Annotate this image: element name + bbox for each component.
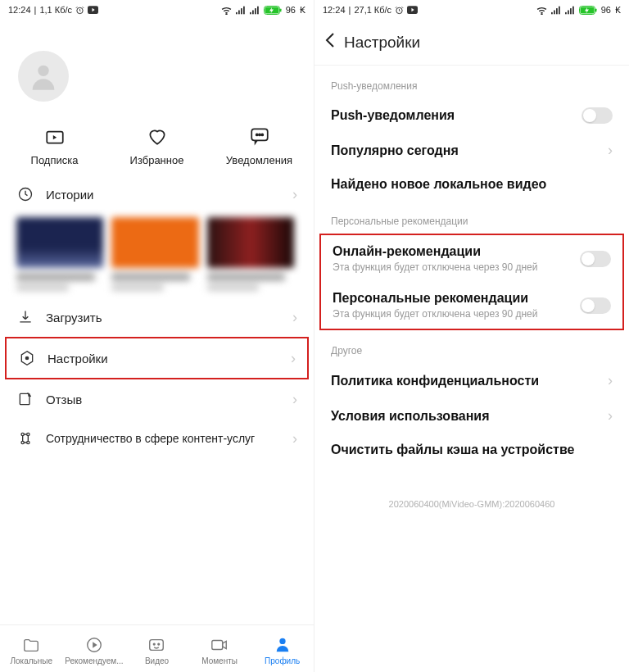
clear-cache-row[interactable]: Очистить файлы кэша на устройстве	[314, 434, 629, 466]
nav-moments-label: Моменты	[201, 656, 238, 665]
bottom-nav: Локальные Рекомендуем... Видео Моменты П…	[0, 624, 314, 672]
svg-rect-41	[565, 11, 567, 13]
screen-settings: 12:24 | 27,1 Кб/с 96 ₭	[314, 0, 629, 672]
download-row[interactable]: Загрузить ›	[16, 297, 297, 337]
popular-row[interactable]: Популярно сегодня ›	[314, 133, 629, 168]
feedback-label: Отзыв	[46, 393, 82, 406]
svg-rect-4	[238, 10, 240, 14]
nav-video[interactable]: Видео	[125, 636, 188, 665]
push-toggle[interactable]	[581, 107, 613, 124]
svg-point-14	[38, 66, 48, 76]
svg-rect-6	[243, 6, 245, 14]
chevron-right-icon: ›	[608, 407, 613, 425]
online-rec-toggle[interactable]	[580, 251, 611, 267]
svg-point-26	[21, 441, 24, 443]
personal-rec-label: Персональные рекомендации	[333, 291, 580, 306]
avatar[interactable]	[18, 51, 69, 102]
alarm-icon	[395, 6, 404, 15]
battery-icon	[264, 6, 282, 15]
svg-rect-32	[212, 640, 223, 649]
privacy-row[interactable]: Политика конфиденциальности ›	[314, 363, 629, 398]
svg-rect-23	[20, 393, 29, 404]
action-notifications-label: Уведомления	[226, 154, 292, 166]
download-label: Загрузить	[46, 311, 102, 325]
settings-row-highlight: Настройки ›	[5, 337, 309, 379]
action-subscribe-label: Подписка	[31, 154, 79, 166]
status-speed: 1,1 Кб/с	[39, 5, 72, 15]
status-bar: 12:24 | 27,1 Кб/с 96 ₭	[314, 0, 629, 20]
battery-percent: 96	[601, 5, 611, 15]
play-circle-icon	[85, 636, 103, 654]
clear-cache-label: Очистить файлы кэша на устройстве	[331, 443, 613, 457]
svg-point-30	[154, 643, 156, 645]
online-rec-row[interactable]: Онлайн-рекомендации Эта функция будет от…	[321, 235, 622, 282]
svg-rect-5	[241, 8, 242, 14]
chat-icon	[248, 125, 271, 148]
svg-rect-38	[554, 10, 555, 14]
battery-suffix: ₭	[615, 5, 621, 16]
cooperation-row[interactable]: Сотрудничество в сфере контент-услуг ›	[16, 419, 297, 458]
nav-moments[interactable]: Моменты	[188, 636, 251, 665]
status-time: 12:24	[323, 5, 346, 15]
action-favorites[interactable]: Избранное	[106, 125, 208, 166]
personal-rec-row[interactable]: Персональные рекомендации Эта функция бу…	[321, 282, 622, 329]
status-speed: 27,1 Кб/с	[354, 5, 391, 15]
action-notifications[interactable]: Уведомления	[209, 125, 310, 166]
other-section-header: Другое	[314, 330, 629, 363]
settings-row[interactable]: Настройки ›	[18, 338, 296, 378]
popular-label: Популярно сегодня	[331, 143, 601, 158]
found-local-row[interactable]: Найдено новое локальное видео	[314, 168, 629, 201]
signal-icon-2	[565, 6, 575, 15]
push-label: Push-уведомления	[331, 108, 581, 123]
youtube-icon	[88, 6, 98, 14]
battery-suffix: ₭	[300, 5, 305, 16]
svg-point-17	[256, 134, 257, 135]
privacy-label: Политика конфиденциальности	[331, 374, 601, 388]
svg-point-36	[541, 13, 542, 14]
svg-point-18	[258, 134, 260, 135]
chevron-right-icon: ›	[292, 309, 297, 326]
action-subscribe[interactable]: Подписка	[4, 125, 106, 166]
back-button[interactable]	[324, 32, 336, 53]
history-row[interactable]: Истории ›	[16, 175, 297, 214]
battery-icon	[579, 6, 597, 15]
chevron-right-icon: ›	[292, 186, 297, 203]
push-section-header: Push-уведомления	[314, 66, 629, 98]
cooperation-label: Сотрудничество в сфере контент-услуг	[46, 432, 255, 445]
svg-point-27	[27, 441, 29, 443]
online-rec-sub: Эта функция будет отключена через 90 дне…	[333, 261, 580, 273]
personal-rec-sub: Эта функция будет отключена через 90 дне…	[333, 308, 580, 320]
nav-profile[interactable]: Профиль	[251, 636, 314, 665]
chevron-right-icon: ›	[291, 350, 296, 367]
svg-rect-7	[250, 11, 251, 13]
terms-label: Условия использования	[331, 409, 601, 424]
recommendations-highlight: Онлайн-рекомендации Эта функция будет от…	[319, 234, 624, 330]
svg-point-22	[25, 356, 28, 359]
battery-percent: 96	[286, 5, 296, 15]
chevron-right-icon: ›	[608, 142, 613, 159]
svg-rect-43	[570, 8, 572, 14]
svg-point-25	[27, 433, 29, 435]
heart-icon	[146, 125, 169, 148]
svg-point-19	[261, 134, 263, 135]
wifi-icon	[221, 6, 232, 15]
status-bar: 12:24 | 1,1 Кб/с 96 ₭	[0, 0, 314, 20]
svg-rect-8	[252, 10, 254, 14]
header: Настройки	[314, 20, 629, 66]
chevron-right-icon: ›	[292, 391, 297, 408]
svg-point-2	[226, 13, 227, 14]
nav-recommended-label: Рекомендуем...	[65, 656, 123, 665]
nav-video-label: Видео	[145, 656, 169, 665]
alarm-icon	[75, 6, 84, 15]
svg-rect-42	[568, 10, 569, 14]
download-icon	[16, 309, 34, 325]
feedback-row[interactable]: Отзыв ›	[16, 379, 297, 419]
nav-recommended[interactable]: Рекомендуем...	[63, 636, 126, 665]
nav-local[interactable]: Локальные	[0, 636, 63, 665]
terms-row[interactable]: Условия использования ›	[314, 398, 629, 434]
personal-rec-toggle[interactable]	[580, 297, 611, 314]
action-row: Подписка Избранное Уведомления	[0, 125, 314, 166]
action-favorites-label: Избранное	[130, 154, 184, 166]
push-row[interactable]: Push-уведомления	[314, 98, 629, 133]
feedback-icon	[16, 391, 34, 407]
